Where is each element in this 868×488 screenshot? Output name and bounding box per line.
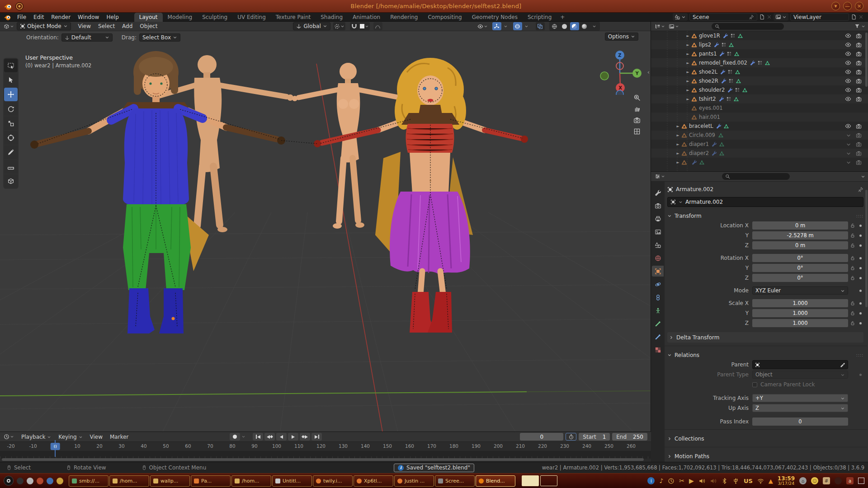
properties-tab-object[interactable]	[652, 266, 664, 277]
launcher-icon-3[interactable]	[37, 478, 43, 484]
tool-measure[interactable]	[4, 160, 18, 174]
jump-to-end-button[interactable]	[311, 433, 322, 441]
editor-type-button[interactable]	[3, 22, 15, 30]
timeline-menu-marker[interactable]: Marker	[106, 432, 132, 441]
pivot-point-dropdown[interactable]	[333, 22, 345, 30]
next-keyframe-button[interactable]	[300, 433, 310, 441]
collections-panel-header[interactable]: Collections	[667, 433, 863, 444]
animate-dot[interactable]	[857, 244, 863, 247]
camera-view-icon[interactable]	[633, 117, 641, 124]
warning-icon[interactable]: ▲	[769, 478, 773, 484]
taskbar-window-blend[interactable]: Blend...	[476, 475, 515, 487]
render-visibility-icon[interactable]	[856, 42, 862, 48]
tab-rendering[interactable]: Rendering	[385, 13, 423, 22]
outliner-item-name[interactable]: shoulder2	[699, 87, 725, 93]
properties-tab-object-data[interactable]	[652, 305, 664, 316]
overlays-toggle[interactable]	[513, 22, 522, 30]
keying-dropdown-icon[interactable]	[241, 435, 245, 439]
outliner-item-name[interactable]: diaper2	[689, 150, 709, 156]
outliner-row-remodel_fixed.002[interactable]: ► remodel_fixed.002	[651, 58, 868, 67]
show-desktop-icon[interactable]	[858, 478, 864, 484]
pin-icon[interactable]	[749, 14, 754, 20]
lock-icon[interactable]	[848, 255, 857, 261]
zoom-icon[interactable]	[633, 94, 641, 101]
tool-annotate[interactable]	[4, 145, 18, 159]
taskbar-window-twilyi[interactable]: twily.i...	[313, 475, 353, 487]
launcher-icon-1[interactable]	[17, 478, 24, 484]
outliner-item-name[interactable]: glove1R	[699, 33, 720, 39]
properties-tab-world[interactable]	[652, 253, 664, 263]
properties-options-chevron[interactable]	[861, 174, 865, 179]
outliner-row-diaper2[interactable]: ► diaper2	[651, 149, 868, 158]
shading-rendered-button[interactable]	[580, 22, 589, 30]
tool-transform[interactable]	[4, 131, 18, 145]
tool-rotate[interactable]	[4, 102, 18, 116]
tab-layout[interactable]: Layout	[134, 13, 163, 22]
taskbar-window-hom[interactable]: /hom...	[231, 475, 271, 487]
options-dropdown[interactable]: Options	[605, 33, 638, 41]
timeline-track[interactable]	[0, 451, 651, 459]
menu-edit[interactable]: Edit	[30, 13, 47, 22]
expand-arrow-icon[interactable]: ►	[684, 97, 691, 101]
workspace-1[interactable]	[522, 475, 539, 486]
tool-cursor[interactable]	[4, 73, 18, 87]
lock-icon[interactable]	[848, 243, 857, 248]
properties-tab-view-layer[interactable]	[652, 226, 664, 237]
taskbar-window-smb[interactable]: smb://...	[69, 475, 108, 487]
tab-compositing[interactable]: Compositing	[423, 13, 467, 22]
play-reverse-button[interactable]	[276, 433, 287, 441]
outliner-item-name[interactable]: remodel_fixed.002	[699, 60, 747, 66]
scene-field[interactable]: Scene	[689, 13, 757, 21]
new-view-layer-icon[interactable]	[851, 14, 857, 20]
blender-menu-icon[interactable]	[4, 14, 11, 21]
pan-hand-icon[interactable]	[633, 105, 641, 113]
keyboard-layout-indicator[interactable]: US	[744, 478, 753, 484]
new-workspace-button[interactable]: +	[557, 13, 568, 22]
outliner-item-name[interactable]: shoe2L	[699, 69, 717, 75]
viewport-menu-select[interactable]: Select	[94, 22, 118, 31]
taskbar-window-pa[interactable]: Pa...	[191, 475, 231, 487]
outliner-item-name[interactable]: shoe2R	[699, 78, 718, 84]
properties-tab-texture[interactable]	[652, 344, 664, 355]
drag-setting-dropdown[interactable]: Select Box	[139, 33, 180, 42]
xray-toggle[interactable]	[536, 22, 545, 30]
window-menu-button[interactable]: ▾	[831, 2, 840, 10]
scene-canvas[interactable]	[0, 31, 651, 432]
tab-animation[interactable]: Animation	[348, 13, 385, 22]
snap-settings-dropdown[interactable]	[359, 22, 370, 30]
animate-dot[interactable]	[857, 257, 863, 259]
animate-dot[interactable]	[857, 235, 863, 237]
animate-dot[interactable]	[857, 225, 863, 227]
current-frame-field[interactable]: 0	[520, 433, 563, 441]
taskbar-window-untitl[interactable]: Untitl...	[272, 475, 312, 487]
bluetooth-icon[interactable]	[721, 478, 728, 484]
menu-file[interactable]: File	[14, 13, 30, 22]
playhead[interactable]	[55, 440, 56, 457]
jump-to-start-button[interactable]	[253, 433, 263, 441]
play-button[interactable]	[288, 433, 298, 441]
view-layer-selector-icon[interactable]	[774, 13, 788, 21]
tab-scripting[interactable]: Scripting	[523, 13, 557, 22]
tracking-axis-dropdown[interactable]: +Y	[752, 394, 848, 402]
eyedropper-icon[interactable]	[840, 361, 845, 368]
usb-icon[interactable]	[732, 478, 739, 484]
lock-icon[interactable]	[848, 275, 857, 281]
expand-arrow-icon[interactable]: ►	[684, 88, 691, 92]
info-icon[interactable]: i	[647, 477, 655, 484]
render-visibility-icon[interactable]	[856, 123, 862, 129]
gizmos-toggle[interactable]	[492, 22, 501, 30]
transform-orientation-dropdown[interactable]: Global	[293, 22, 330, 30]
object-type-chevron[interactable]	[679, 200, 683, 204]
outliner-item-name[interactable]: tshirt2	[699, 96, 716, 102]
location-x-value[interactable]: 0 m	[752, 221, 848, 230]
smiley-icon[interactable]: ☺	[811, 477, 818, 484]
render-visibility-icon[interactable]	[856, 87, 862, 93]
hide-eye-icon[interactable]	[845, 42, 851, 48]
collapse-chevron-icon[interactable]	[846, 141, 851, 147]
tool-box-select[interactable]	[4, 59, 18, 72]
workspace-pager[interactable]	[522, 475, 557, 486]
scene-selector-icon[interactable]	[673, 13, 688, 21]
visibility-dropdown[interactable]	[476, 22, 489, 30]
animate-dot[interactable]	[857, 322, 863, 324]
outliner-display-mode-dropdown[interactable]	[654, 22, 666, 30]
